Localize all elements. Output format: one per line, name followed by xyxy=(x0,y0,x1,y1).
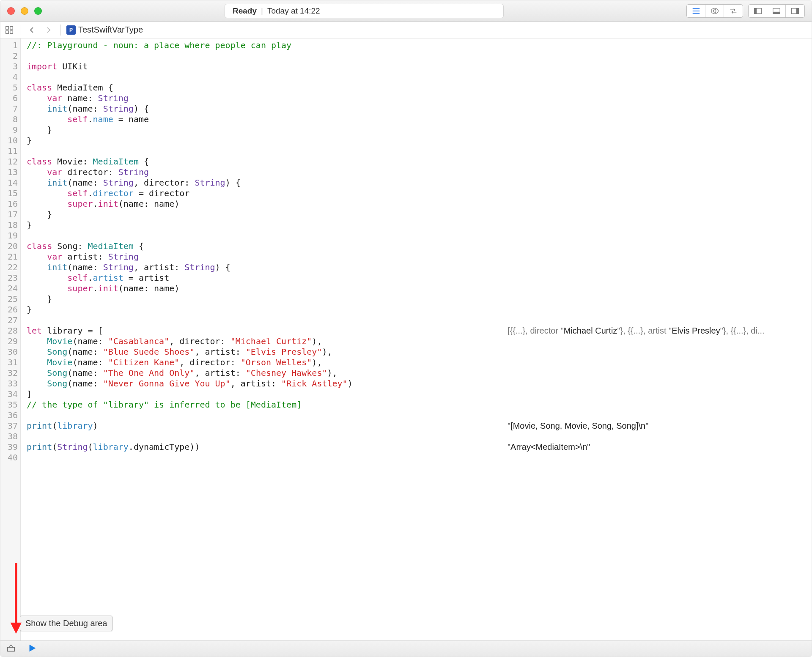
line-number: 3 xyxy=(3,61,18,72)
close-window-button[interactable] xyxy=(7,7,15,15)
history-forward-button[interactable] xyxy=(42,24,54,36)
code-line[interactable]: ] xyxy=(27,389,503,400)
toggle-debug-button[interactable] xyxy=(767,5,786,17)
code-line[interactable]: } xyxy=(27,125,503,135)
code-line[interactable]: var director: String xyxy=(27,167,503,178)
code-line[interactable]: class Movie: MediaItem { xyxy=(27,156,503,167)
zoom-window-button[interactable] xyxy=(34,7,42,15)
minimize-window-button[interactable] xyxy=(21,7,28,15)
code-line[interactable]: class MediaItem { xyxy=(27,82,503,93)
work-area: 1234567891011121314151617181920212223242… xyxy=(0,38,812,657)
code-line[interactable] xyxy=(27,452,503,463)
line-number: 29 xyxy=(3,336,18,347)
code-line[interactable]: } xyxy=(27,294,503,304)
result-row xyxy=(508,347,807,357)
code-line[interactable]: } xyxy=(27,135,503,146)
line-number: 30 xyxy=(3,347,18,357)
line-number: 8 xyxy=(3,114,18,125)
history-back-button[interactable] xyxy=(26,24,38,36)
code-line[interactable]: Song(name: "Never Gonna Give You Up", ar… xyxy=(27,378,503,389)
code-line[interactable]: var name: String xyxy=(27,93,503,104)
code-line[interactable]: self.artist = artist xyxy=(27,273,503,283)
related-items-button[interactable] xyxy=(5,25,14,35)
standard-editor-button[interactable] xyxy=(687,5,705,17)
line-number: 13 xyxy=(3,167,18,178)
source-editor[interactable]: //: Playground - noun: a place where peo… xyxy=(21,38,503,657)
line-number: 40 xyxy=(3,452,18,463)
code-line[interactable]: init(name: String, artist: String) { xyxy=(27,262,503,273)
play-icon xyxy=(27,643,37,653)
code-line[interactable]: self.director = director xyxy=(27,188,503,199)
code-line[interactable] xyxy=(27,51,503,61)
line-number: 32 xyxy=(3,368,18,378)
arrows-icon xyxy=(729,6,738,16)
version-editor-button[interactable] xyxy=(724,5,743,17)
line-number: 15 xyxy=(3,188,18,199)
panel-visibility-segment xyxy=(748,4,805,18)
code-line[interactable]: //: Playground - noun: a place where peo… xyxy=(27,40,503,51)
code-line[interactable]: super.init(name: name) xyxy=(27,199,503,209)
toggle-navigator-button[interactable] xyxy=(749,5,767,17)
run-playground-button[interactable] xyxy=(27,643,37,654)
line-number: 19 xyxy=(3,230,18,241)
code-line[interactable]: } xyxy=(27,220,503,230)
jump-bar: P TestSwiftVarType xyxy=(0,22,812,38)
line-number: 39 xyxy=(3,442,18,452)
code-line[interactable]: Song(name: "Blue Suede Shoes", artist: "… xyxy=(27,347,503,357)
line-number: 38 xyxy=(3,431,18,442)
code-line[interactable]: init(name: String, director: String) { xyxy=(27,178,503,188)
show-debug-area-button[interactable] xyxy=(6,643,16,654)
result-row xyxy=(508,357,807,368)
debug-toggle-icon xyxy=(6,643,16,653)
file-name-label: TestSwiftVarType xyxy=(78,25,143,35)
jumpbar-divider xyxy=(20,25,20,36)
code-line[interactable] xyxy=(27,315,503,326)
code-line[interactable]: } xyxy=(27,304,503,315)
result-row xyxy=(508,167,807,178)
code-line[interactable]: let library = [ xyxy=(27,326,503,336)
svg-rect-12 xyxy=(10,26,13,29)
result-row xyxy=(508,431,807,442)
result-row xyxy=(508,230,807,241)
code-line[interactable] xyxy=(27,230,503,241)
line-number: 16 xyxy=(3,199,18,209)
code-line[interactable]: import UIKit xyxy=(27,61,503,72)
code-line[interactable] xyxy=(27,72,503,82)
code-line[interactable]: // the type of "library" is inferred to … xyxy=(27,400,503,410)
code-line[interactable]: print(String(library.dynamicType)) xyxy=(27,442,503,452)
code-line[interactable]: super.init(name: name) xyxy=(27,283,503,294)
code-line[interactable] xyxy=(27,410,503,421)
code-line[interactable]: self.name = name xyxy=(27,114,503,125)
line-number: 17 xyxy=(3,209,18,220)
svg-rect-8 xyxy=(773,11,780,14)
line-number: 34 xyxy=(3,389,18,400)
line-number: 35 xyxy=(3,400,18,410)
result-row xyxy=(508,156,807,167)
code-line[interactable] xyxy=(27,146,503,156)
assistant-editor-button[interactable] xyxy=(705,5,724,17)
code-line[interactable]: } xyxy=(27,209,503,220)
result-row xyxy=(508,315,807,326)
tooltip-text: Show the Debug area xyxy=(25,619,107,628)
code-line[interactable]: print(library) xyxy=(27,421,503,431)
result-row xyxy=(508,114,807,125)
toggle-utilities-button[interactable] xyxy=(786,5,804,17)
line-number: 26 xyxy=(3,304,18,315)
code-line[interactable]: var artist: String xyxy=(27,252,503,262)
line-number: 23 xyxy=(3,273,18,283)
breadcrumb-file[interactable]: P TestSwiftVarType xyxy=(66,25,143,35)
jumpbar-divider-2 xyxy=(60,25,60,36)
svg-rect-10 xyxy=(796,8,799,14)
code-line[interactable]: Movie(name: "Citizen Kane", director: "O… xyxy=(27,357,503,368)
code-line[interactable] xyxy=(27,431,503,442)
code-line[interactable]: init(name: String) { xyxy=(27,104,503,114)
code-line[interactable]: Song(name: "The One And Only", artist: "… xyxy=(27,368,503,378)
result-row xyxy=(508,199,807,209)
code-line[interactable]: Movie(name: "Casablanca", director: "Mic… xyxy=(27,336,503,347)
result-row xyxy=(508,82,807,93)
line-number: 27 xyxy=(3,315,18,326)
result-row: "[Movie, Song, Movie, Song, Song]\n" xyxy=(508,421,807,431)
line-number: 25 xyxy=(3,294,18,304)
code-line[interactable]: class Song: MediaItem { xyxy=(27,241,503,252)
line-number: 7 xyxy=(3,104,18,114)
